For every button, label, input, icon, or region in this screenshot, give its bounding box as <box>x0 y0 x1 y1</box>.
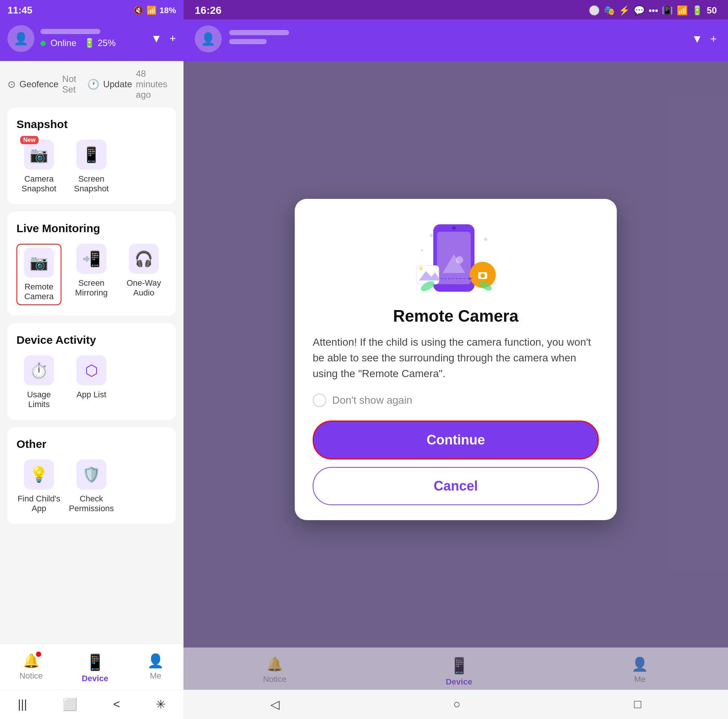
assist-btn[interactable]: ✳ <box>156 697 166 711</box>
dropdown-icon[interactable]: ▼ <box>151 32 162 45</box>
me-label: Me <box>150 671 161 681</box>
usage-limits-label: Usage Limits <box>17 390 61 409</box>
svg-point-11 <box>430 234 433 237</box>
geofence-value: Not Set <box>62 74 76 95</box>
device-activity-section: Device Activity ⏱️ Usage Limits ⬡ App Li… <box>8 323 176 420</box>
remote-camera-icon-box: 📷 <box>24 248 54 277</box>
back-btn[interactable]: ||| <box>18 697 27 711</box>
right-phone: 16:26 ⚪ 🎭 ⚡ 💬 ••• 📳 📶 🔋 50 👤 ▼ + <box>184 0 728 719</box>
cancel-button[interactable]: Cancel <box>313 467 599 505</box>
audio-icon: 🎧 <box>135 250 153 268</box>
modal-body: Attention! If the child is using the cam… <box>313 334 599 382</box>
device-icon-container: 📱 <box>86 653 105 672</box>
device-activity-grid: ⏱️ Usage Limits ⬡ App List <box>17 355 167 409</box>
shield-icon: 🛡️ <box>82 466 101 483</box>
device-activity-title: Device Activity <box>17 333 167 346</box>
screen-mirroring-item[interactable]: 📲 Screen Mirroring <box>69 244 114 305</box>
header-status: Online 🔋 25% <box>40 38 145 48</box>
check-permissions-icon-box: 🛡️ <box>76 459 106 490</box>
wifi-icon: 📶 <box>147 6 156 15</box>
svg-point-12 <box>484 238 487 241</box>
online-indicator: Online <box>40 38 76 48</box>
dont-show-row[interactable]: Don't show again <box>313 393 599 407</box>
avatar: 👤 <box>8 25 34 52</box>
nav-notice[interactable]: 🔔 Notice <box>12 650 50 687</box>
camera-snapshot-label: Camera Snapshot <box>17 174 61 194</box>
usage-limits-item[interactable]: ⏱️ Usage Limits <box>17 355 61 409</box>
app-list-icon-box: ⬡ <box>76 355 106 386</box>
dont-show-label: Don't show again <box>332 394 412 406</box>
modal-illustration <box>313 217 599 299</box>
header-actions: ▼ + <box>151 32 176 45</box>
one-way-audio-icon-box: 🎧 <box>129 244 159 274</box>
screen-snapshot-item[interactable]: 📱 Screen Snapshot <box>69 140 114 194</box>
snapshot-title: Snapshot <box>17 118 167 131</box>
svg-point-10 <box>480 273 485 278</box>
notice-icon-container: 🔔 <box>23 653 40 669</box>
screen-mirroring-label: Screen Mirroring <box>69 278 114 298</box>
notice-badge <box>36 652 41 657</box>
nav-me[interactable]: 👤 Me <box>140 650 171 687</box>
device-icon: 📱 <box>86 653 105 671</box>
avatar-icon: 👤 <box>14 31 29 46</box>
notice-label: Notice <box>20 671 43 681</box>
camera-icon: 📷 <box>30 146 48 164</box>
geofence-label: Geofence <box>20 79 58 90</box>
find-childs-app-label: Find Child's App <box>17 494 61 513</box>
bulb-icon: 💡 <box>30 466 48 483</box>
mirroring-icon: 📲 <box>82 250 101 268</box>
camera-snapshot-item[interactable]: New 📷 Camera Snapshot <box>17 140 61 194</box>
content-area: ⊙ Geofence Not Set 🕐 Update 48 minutes a… <box>0 61 184 644</box>
online-dot <box>40 41 46 46</box>
continue-button[interactable]: Continue <box>313 421 599 459</box>
header-name-placeholder <box>40 29 100 34</box>
left-system-nav: ||| ⬜ < ✳ <box>0 689 184 719</box>
app-list-item[interactable]: ⬡ App List <box>69 355 114 409</box>
left-status-icons: 🔇 📶 18% <box>133 6 176 15</box>
recent-btn[interactable]: < <box>113 697 120 711</box>
home-btn[interactable]: ⬜ <box>63 697 78 711</box>
battery-label: 🔋 25% <box>84 38 116 48</box>
svg-point-3 <box>456 256 463 264</box>
header-info: Online 🔋 25% <box>40 29 145 48</box>
usage-icon: ⏱️ <box>30 362 48 379</box>
add-icon[interactable]: + <box>169 32 176 45</box>
device-label: Device <box>82 674 108 684</box>
app-list-label: App List <box>76 390 106 399</box>
snapshot-grid: New 📷 Camera Snapshot 📱 Screen Snapshot <box>17 140 167 194</box>
left-time: 11:45 <box>8 5 32 16</box>
check-permissions-item[interactable]: 🛡️ Check Permissions <box>69 459 114 513</box>
live-monitoring-title: Live Monitoring <box>17 222 167 235</box>
left-status-bar: 11:45 🔇 📶 18% <box>0 0 184 19</box>
find-childs-app-item[interactable]: 💡 Find Child's App <box>17 459 61 513</box>
me-icon-container: 👤 <box>147 653 164 669</box>
remote-camera-dialog: Remote Camera Attention! If the child is… <box>295 199 617 520</box>
left-bottom-nav: 🔔 Notice 📱 Device 👤 Me <box>0 644 184 689</box>
nav-device[interactable]: 📱 Device <box>74 650 116 687</box>
dont-show-radio[interactable] <box>313 393 326 407</box>
geofence-icon: ⊙ <box>8 79 16 90</box>
battery-icon: 18% <box>159 6 176 15</box>
screen-icon: 📱 <box>82 146 101 164</box>
online-label: Online <box>50 38 76 48</box>
remote-camera-item[interactable]: 📷 Remote Camera <box>17 244 61 305</box>
remote-camera-label: Remote Camera <box>20 282 58 301</box>
screen-snapshot-label: Screen Snapshot <box>69 174 114 194</box>
left-header: 👤 Online 🔋 25% ▼ + <box>0 19 184 61</box>
live-monitoring-grid: 📷 Remote Camera 📲 Screen Mirroring 🎧 One… <box>17 244 167 305</box>
clock-icon: 🕐 <box>87 79 99 90</box>
app-list-icon: ⬡ <box>85 362 98 379</box>
mute-icon: 🔇 <box>133 6 144 15</box>
other-grid: 💡 Find Child's App 🛡️ Check Permissions <box>17 459 167 513</box>
snapshot-section: Snapshot New 📷 Camera Snapshot 📱 Screen … <box>8 107 176 204</box>
usage-limits-icon-box: ⏱️ <box>24 355 54 386</box>
update-label: Update <box>103 79 132 90</box>
camera-snapshot-icon-box: New 📷 <box>24 140 54 170</box>
one-way-audio-label: One-Way Audio <box>121 278 166 298</box>
remote-camera-icon: 📷 <box>30 254 48 271</box>
geofence-info: ⊙ Geofence Not Set <box>8 69 76 100</box>
one-way-audio-item[interactable]: 🎧 One-Way Audio <box>121 244 166 305</box>
modal-title: Remote Camera <box>313 307 599 326</box>
live-monitoring-section: Live Monitoring 📷 Remote Camera 📲 Screen… <box>8 211 176 316</box>
svg-point-4 <box>452 226 456 230</box>
